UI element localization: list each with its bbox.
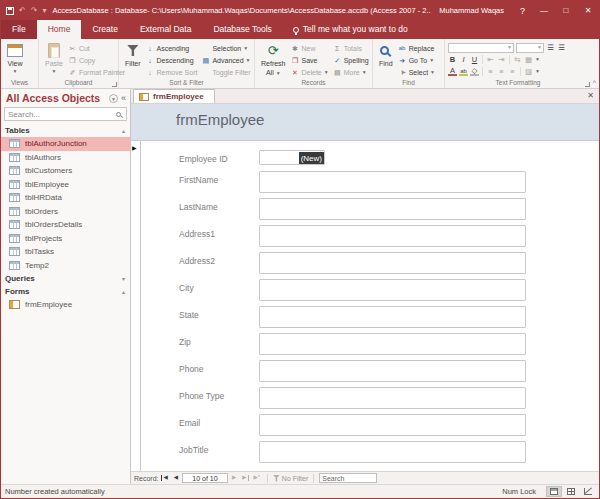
save-icon[interactable] bbox=[6, 7, 14, 15]
background-image-icon[interactable]: ▨ bbox=[524, 68, 533, 76]
highlight-color-button[interactable]: ab bbox=[459, 68, 468, 76]
new-blank-record-icon[interactable]: ▶* bbox=[251, 475, 261, 481]
close-document-icon[interactable]: ✕ bbox=[587, 91, 594, 100]
nav-item-tblEmployee[interactable]: tblEmployee bbox=[1, 178, 130, 192]
descending-button[interactable]: ↓Descending bbox=[144, 54, 200, 66]
city-field[interactable] bbox=[259, 279, 526, 301]
email-field[interactable] bbox=[259, 414, 526, 436]
maximize-button[interactable]: □ bbox=[555, 1, 577, 20]
qat-dropdown-icon[interactable]: ▾ bbox=[42, 7, 46, 15]
record-position[interactable]: 10 of 10 bbox=[182, 473, 228, 483]
first-record-icon[interactable]: ◀ bbox=[161, 475, 170, 481]
nav-item-tblHRData[interactable]: tblHRData bbox=[1, 191, 130, 205]
dialog-launcher-icon[interactable] bbox=[585, 82, 590, 87]
form-view-button[interactable] bbox=[546, 486, 562, 497]
address2-field[interactable] bbox=[259, 252, 526, 274]
bullet-list-icon[interactable]: ☰ bbox=[546, 44, 555, 52]
spelling-button[interactable]: ✓Spelling bbox=[331, 54, 371, 66]
gridlines-icon[interactable]: ▦ bbox=[524, 56, 533, 64]
next-record-icon[interactable]: ▶ bbox=[230, 475, 238, 481]
document-tab-frmEmployee[interactable]: frmEmployee bbox=[133, 89, 215, 103]
nav-item-tblTasks[interactable]: tblTasks bbox=[1, 245, 130, 259]
last-record-icon[interactable]: ▶ bbox=[240, 475, 249, 481]
font-name-select[interactable]: ▼ bbox=[448, 43, 514, 53]
shutter-bar-close-icon[interactable]: « bbox=[121, 93, 126, 103]
datasheet-view-button[interactable] bbox=[563, 486, 579, 497]
phone-type-field[interactable] bbox=[259, 387, 526, 409]
nav-item-tblProjects[interactable]: tblProjects bbox=[1, 232, 130, 246]
nav-group-tables[interactable]: Tables ▴ bbox=[1, 124, 130, 137]
nav-item-Temp2[interactable]: Temp2 bbox=[1, 259, 130, 273]
tab-external-data[interactable]: External Data bbox=[129, 20, 203, 39]
new-record-button[interactable]: ✱New bbox=[289, 42, 331, 54]
design-view-button[interactable] bbox=[580, 486, 596, 497]
nav-group-forms[interactable]: Forms ▴ bbox=[1, 285, 130, 298]
phone-field[interactable] bbox=[259, 360, 526, 382]
employee-id-field[interactable]: (New) bbox=[259, 150, 325, 165]
totals-button[interactable]: ΣTotals bbox=[331, 42, 371, 54]
close-button[interactable]: ✕ bbox=[577, 1, 599, 20]
go-to-button[interactable]: ➜Go To▼ bbox=[396, 54, 437, 66]
lastname-field[interactable] bbox=[259, 198, 526, 220]
more-button[interactable]: ▤More▼ bbox=[331, 66, 371, 78]
font-color-button[interactable]: A bbox=[448, 67, 457, 77]
select-button[interactable]: ➤Select▼ bbox=[396, 66, 437, 78]
fill-color-button[interactable]: ◇ bbox=[470, 67, 479, 77]
nav-search-box[interactable] bbox=[4, 107, 127, 121]
font-size-select[interactable]: ▼ bbox=[516, 43, 544, 53]
tab-home[interactable]: Home bbox=[37, 20, 82, 39]
copy-button[interactable]: ❐Copy bbox=[66, 54, 127, 66]
zip-field[interactable] bbox=[259, 333, 526, 355]
number-list-icon[interactable]: ☰ bbox=[557, 44, 566, 52]
user-name[interactable]: Muhammad Waqas bbox=[431, 6, 512, 15]
advanced-button[interactable]: ▤Advanced▼ bbox=[199, 54, 252, 66]
tab-file[interactable]: File bbox=[1, 20, 37, 39]
tell-me-box[interactable]: Tell me what you want to do bbox=[283, 20, 408, 39]
italic-button[interactable]: I bbox=[459, 56, 468, 64]
firstname-field[interactable] bbox=[259, 171, 526, 193]
format-painter-button[interactable]: ✐Format Painter bbox=[66, 66, 127, 78]
delete-record-button[interactable]: ✕Delete▼ bbox=[289, 66, 331, 78]
paste-button[interactable]: Paste ▼ bbox=[42, 41, 66, 75]
view-button[interactable]: View ▼ bbox=[4, 41, 26, 75]
chevron-up-icon[interactable]: ▴ bbox=[122, 127, 125, 134]
nav-item-tblAuthors[interactable]: tblAuthors bbox=[1, 151, 130, 165]
record-selector-bar[interactable]: ▶ bbox=[131, 141, 141, 471]
dialog-launcher-icon[interactable] bbox=[112, 82, 117, 87]
cut-button[interactable]: ✂Cut bbox=[66, 42, 127, 54]
remove-sort-button[interactable]: ↓Remove Sort bbox=[144, 66, 200, 78]
decrease-indent-icon[interactable]: ⇤ bbox=[486, 56, 495, 64]
address1-field[interactable] bbox=[259, 225, 526, 247]
nav-item-tblOrders[interactable]: tblOrders bbox=[1, 205, 130, 219]
record-search-input[interactable] bbox=[319, 473, 377, 483]
increase-indent-icon[interactable]: ⇥ bbox=[497, 56, 506, 64]
bold-button[interactable]: B bbox=[448, 56, 457, 64]
align-right-icon[interactable]: ≡ bbox=[508, 68, 517, 76]
undo-icon[interactable]: ↶ bbox=[19, 7, 26, 15]
help-button[interactable]: ? bbox=[512, 6, 533, 16]
redo-icon[interactable]: ↷ bbox=[31, 7, 38, 15]
no-filter-button[interactable]: No Filter bbox=[273, 475, 308, 482]
toggle-filter-button[interactable]: Toggle Filter bbox=[199, 66, 252, 78]
nav-group-queries[interactable]: Queries ▾ bbox=[1, 272, 130, 285]
replace-button[interactable]: abReplace bbox=[396, 42, 437, 54]
chevron-down-icon[interactable]: ▾ bbox=[122, 275, 125, 282]
nav-item-tblOrdersDetails[interactable]: tblOrdersDetails bbox=[1, 218, 130, 232]
nav-item-tblCustomers[interactable]: tblCustomers bbox=[1, 164, 130, 178]
state-field[interactable] bbox=[259, 306, 526, 328]
nav-menu-dropdown-icon[interactable]: ▼ bbox=[109, 94, 118, 103]
minimize-button[interactable]: — bbox=[533, 1, 555, 20]
align-left-icon[interactable]: ≡ bbox=[486, 68, 495, 76]
refresh-all-button[interactable]: ⟳ Refresh All ▼ bbox=[258, 41, 289, 79]
find-button[interactable]: Find bbox=[376, 41, 396, 70]
text-direction-icon[interactable]: ⇆ bbox=[513, 56, 522, 64]
ascending-button[interactable]: ↓Ascending bbox=[144, 42, 200, 54]
previous-record-icon[interactable]: ◀ bbox=[172, 475, 180, 481]
nav-search-input[interactable] bbox=[5, 110, 116, 119]
chevron-up-icon[interactable]: ▴ bbox=[122, 288, 125, 295]
align-center-icon[interactable]: ≡ bbox=[497, 68, 506, 76]
underline-button[interactable]: U bbox=[470, 56, 479, 64]
nav-item-tblAuthorJunction[interactable]: tblAuthorJunction bbox=[1, 137, 130, 151]
collapse-ribbon-icon[interactable]: ^ bbox=[593, 79, 596, 86]
selection-button[interactable]: Selection▼ bbox=[199, 42, 252, 54]
